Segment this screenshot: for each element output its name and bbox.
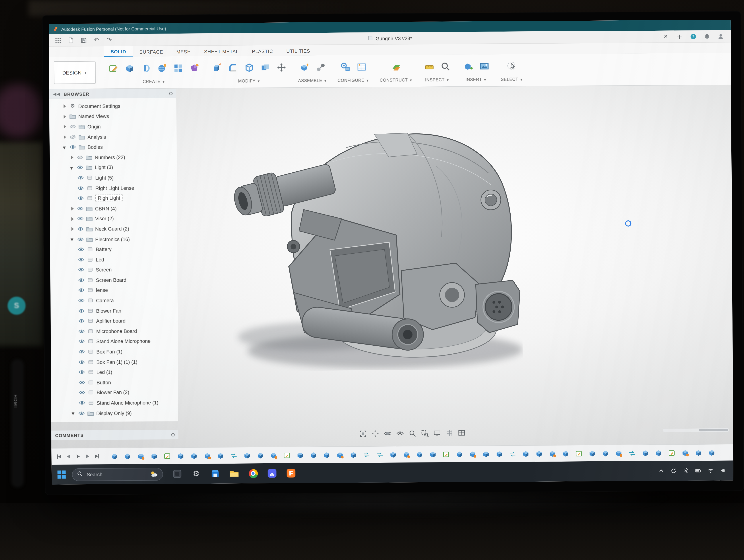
tree-item-box-fan-1-1-1[interactable]: Box Fan (1) (1) (1) [51, 356, 178, 367]
fusion-app-icon[interactable] [285, 467, 297, 479]
tree-item-stand-alone-microphone[interactable]: Stand Alone Microphone [51, 336, 178, 347]
select-icon[interactable] [506, 59, 518, 72]
tab-mesh[interactable]: MESH [170, 46, 197, 56]
visibility-eye-icon[interactable] [78, 298, 85, 303]
visibility-eye-icon[interactable] [78, 318, 85, 324]
avatar-icon[interactable] [715, 31, 726, 41]
visibility-eye-icon[interactable] [77, 236, 84, 242]
timeline-feature-cube-icon[interactable] [482, 450, 490, 458]
tree-item-blower-fan[interactable]: Blower Fan [50, 305, 178, 316]
start-button[interactable] [57, 469, 67, 480]
settings-icon[interactable]: ⚙ [190, 468, 202, 480]
timeline-feature-sketch-icon[interactable] [283, 451, 291, 459]
visibility-eye-icon[interactable] [79, 390, 85, 395]
search-input[interactable] [86, 471, 139, 478]
timeline-feature-cube-icon[interactable] [495, 450, 503, 458]
timeline-feature-cube-o-icon[interactable] [269, 451, 277, 459]
tray-bluetooth-icon[interactable] [682, 467, 690, 475]
pan-icon[interactable] [371, 429, 380, 438]
tree-item-numbers-22[interactable]: Numbers (22) [49, 152, 177, 162]
timeline-feature-arrows-icon[interactable] [376, 451, 384, 458]
visibility-eye-icon[interactable] [78, 287, 85, 293]
tree-item-box-fan-1[interactable]: Box Fan (1) [51, 346, 178, 357]
collapse-arrow-icon[interactable] [63, 114, 67, 119]
tree-item-named-views[interactable]: Named Views [49, 111, 177, 122]
ribbon-group-label-insert[interactable]: INSERT▼ [466, 77, 487, 82]
collapse-arrow-icon[interactable] [63, 124, 67, 129]
timeline-feature-cube-o-icon[interactable] [336, 451, 344, 459]
timeline-feature-cube-icon[interactable] [641, 449, 649, 457]
timeline-feature-cube-icon[interactable] [588, 449, 596, 457]
timeline-feature-cube-icon[interactable] [389, 450, 397, 458]
weather-icon[interactable] [150, 470, 158, 478]
visibility-eye-off-icon[interactable] [70, 134, 76, 139]
browser-header[interactable]: ◀◀ BROWSER [49, 89, 176, 99]
tree-item-visor-2[interactable]: Visor (2) [50, 213, 177, 224]
visibility-eye-icon[interactable] [77, 185, 84, 191]
file-icon[interactable] [66, 35, 76, 45]
tree-item-cbrn-4[interactable]: CBRN (4) [50, 203, 177, 214]
canvas-icon[interactable] [478, 60, 490, 72]
inspect2-icon[interactable] [439, 60, 451, 73]
app-grid-icon[interactable] [53, 35, 63, 45]
new-component-icon[interactable] [298, 61, 311, 73]
visibility-eye-icon[interactable] [78, 267, 85, 273]
visibility-eye-icon[interactable] [78, 328, 85, 334]
timeline-feature-cube-icon[interactable] [296, 451, 304, 459]
visibility-eye-icon[interactable] [77, 165, 83, 170]
tray-wifi-icon[interactable] [707, 467, 714, 475]
visibility-eye-icon[interactable] [77, 216, 84, 222]
panel-handle-icon[interactable] [169, 92, 173, 95]
collapse-arrow-icon[interactable] [63, 104, 67, 109]
timeline-feature-cube-icon[interactable] [256, 451, 264, 459]
revolve-icon[interactable] [140, 62, 152, 74]
tree-item-document-settings[interactable]: ⚙Document Settings [49, 101, 176, 111]
timeline-feature-cube-icon[interactable] [695, 449, 702, 457]
visibility-eye-icon[interactable] [78, 308, 85, 314]
tree-item-led-1[interactable]: Led (1) [51, 366, 178, 377]
timeline-feature-cube-icon[interactable] [349, 451, 357, 459]
store-icon[interactable] [209, 468, 221, 480]
comments-bar[interactable]: COMMENTS [51, 430, 179, 440]
timeline-feature-cube-icon[interactable] [535, 449, 543, 457]
tab-utilities[interactable]: UTILITIES [280, 45, 317, 55]
tree-item-stand-alone-microphone-1[interactable]: Stand Alone Microphone (1) [51, 397, 178, 408]
timeline-feature-cube-icon[interactable] [110, 452, 118, 460]
redo-icon[interactable]: ↷ [104, 35, 114, 45]
visibility-eye-off-icon[interactable] [69, 124, 76, 129]
expand-arrow-icon[interactable] [72, 411, 76, 415]
timeline-feature-cube-icon[interactable] [190, 452, 198, 460]
timeline-feature-arrows-icon[interactable] [363, 451, 371, 458]
insert-mesh-icon[interactable] [462, 60, 474, 72]
chrome-icon[interactable] [247, 467, 259, 480]
tray-update-icon[interactable] [670, 467, 677, 475]
timeline-feature-cube-icon[interactable] [217, 451, 224, 459]
timeline-feature-arrows-icon[interactable] [509, 450, 517, 458]
timeline-feature-cube-icon[interactable] [309, 451, 318, 459]
timeline-feature-cube-icon[interactable] [455, 450, 463, 458]
tree-item-screen-board[interactable]: Screen Board [50, 274, 178, 285]
timeline-feature-cube-icon[interactable] [123, 452, 132, 460]
tree-item-lense[interactable]: lense [50, 285, 178, 295]
ribbon-group-label-assemble[interactable]: ASSEMBLE▼ [298, 78, 327, 83]
tab-sheet-metal[interactable]: SHEET METAL [197, 45, 246, 56]
zoom-icon[interactable] [408, 429, 417, 438]
step-forward-icon[interactable] [84, 453, 91, 460]
timeline-feature-sketch-icon[interactable] [668, 449, 676, 457]
skip-start-icon[interactable] [55, 453, 63, 461]
visibility-eye-off-icon[interactable] [77, 154, 83, 160]
fillet-icon[interactable] [227, 62, 239, 74]
timeline-feature-cube-o-icon[interactable] [402, 450, 410, 458]
viewports-icon[interactable] [457, 429, 466, 438]
tree-item-electronics-16[interactable]: Electronics (16) [50, 233, 177, 244]
tree-item-button[interactable]: Button [51, 376, 178, 388]
ribbon-group-label-construct[interactable]: CONSTRUCT▼ [380, 78, 413, 83]
press-pull-icon[interactable] [211, 62, 223, 74]
tree-item-right-light-lense[interactable]: Right Light Lense [50, 182, 177, 193]
tree-item-analysis[interactable]: Analysis [49, 131, 177, 142]
dark-app-icon[interactable] [171, 468, 183, 480]
form-icon[interactable] [188, 62, 200, 74]
visibility-eye-icon[interactable] [77, 195, 84, 201]
visibility-eye-icon[interactable] [78, 257, 84, 262]
collapse-arrow-icon[interactable] [70, 216, 75, 221]
